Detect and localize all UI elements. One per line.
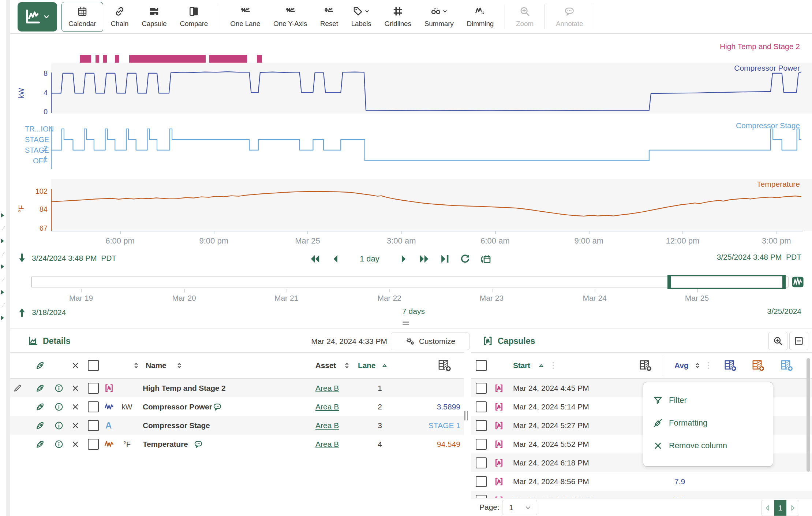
capsule-checkbox[interactable]	[476, 457, 487, 468]
item-remove-button[interactable]	[71, 402, 80, 411]
brush-right-handle[interactable]	[782, 275, 786, 289]
toolbar-button-capsule[interactable]: Capsule	[136, 2, 172, 32]
capsule-checkbox[interactable]	[476, 401, 487, 412]
panel-splitter-handle[interactable]	[403, 322, 409, 325]
toolbar-button-labels[interactable]: Labels	[346, 2, 377, 32]
column-header-lane[interactable]: Lane	[358, 361, 375, 370]
capsule-segment[interactable]	[257, 55, 262, 63]
item-navigate-icon[interactable]	[35, 383, 45, 393]
annotation-bubble-icon[interactable]	[213, 402, 222, 412]
add-column-button[interactable]	[639, 359, 652, 372]
sort-avg-icon[interactable]	[693, 361, 701, 370]
expand-panel-arrow-icon[interactable]	[1, 316, 4, 320]
toolbar-button-one-lane[interactable]: One Lane	[225, 2, 266, 32]
avg-column-menu[interactable]	[704, 361, 713, 370]
item-info-button[interactable]	[54, 439, 64, 449]
capsule-segment[interactable]	[209, 55, 247, 63]
item-asset-link[interactable]: Area B	[315, 402, 339, 411]
add-column-power-button[interactable]	[724, 359, 737, 372]
item-asset-link[interactable]: Area B	[315, 384, 339, 393]
step-back-fast-button[interactable]	[309, 253, 321, 265]
item-remove-button[interactable]	[71, 384, 80, 393]
customize-button[interactable]: Customize	[391, 333, 469, 350]
sort-lane-asc-icon[interactable]	[381, 361, 389, 370]
select-all-items-icon[interactable]	[35, 361, 45, 371]
annotation-bubble-icon[interactable]	[194, 439, 203, 449]
item-navigate-icon[interactable]	[35, 420, 45, 430]
date-range-button[interactable]	[480, 253, 491, 265]
capsules-select-all-checkbox[interactable]	[476, 360, 487, 371]
menu-item-remove-column[interactable]: Remove column	[643, 434, 773, 457]
capsule-row[interactable]: Mar 24, 2024 8:56 PM7.9	[471, 472, 812, 491]
capsule-row[interactable]: Mar 24, 2024 10:23 PM7.5	[471, 491, 812, 498]
item-navigate-icon[interactable]	[35, 439, 45, 449]
start-column-menu[interactable]	[549, 361, 558, 370]
item-asset-link[interactable]: Area B	[315, 421, 339, 430]
column-header-start[interactable]: Start	[513, 361, 530, 370]
capsule-segment[interactable]	[96, 55, 99, 63]
toolbar-button-one-y-axis[interactable]: One Y-Axis	[268, 2, 313, 32]
expand-panel-arrow-icon[interactable]	[1, 264, 4, 269]
capsules-zoom-button[interactable]	[768, 332, 787, 350]
item-checkbox[interactable]	[88, 420, 99, 431]
step-forward-button[interactable]	[398, 253, 409, 265]
toolbar-button-dimming[interactable]: Dimming	[461, 2, 499, 32]
capsule-checkbox[interactable]	[476, 495, 487, 498]
remove-all-button[interactable]	[71, 361, 80, 370]
expand-panel-arrow-icon[interactable]	[1, 213, 4, 218]
brush-left-handle[interactable]	[667, 275, 671, 289]
item-remove-button[interactable]	[71, 421, 80, 430]
item-checkbox[interactable]	[88, 383, 99, 394]
toolbar-button-gridlines[interactable]: Gridlines	[379, 2, 417, 32]
range-duration[interactable]: 1 day	[360, 254, 379, 264]
page-prev-button[interactable]	[762, 500, 774, 516]
toolbar-button-zoom[interactable]: Zoom	[510, 2, 539, 32]
page-current[interactable]: 1	[774, 500, 786, 516]
capsule-segment[interactable]	[115, 55, 119, 63]
capsule-checkbox[interactable]	[476, 420, 487, 431]
step-back-button[interactable]	[330, 253, 341, 265]
column-header-name[interactable]: Name	[146, 361, 166, 370]
sort-name-icon[interactable]	[175, 361, 183, 370]
capsule-checkbox[interactable]	[476, 476, 487, 487]
details-row[interactable]: kWCompressor PowerArea B23.5899	[10, 397, 464, 416]
toolbar-button-reset[interactable]: Reset	[315, 2, 344, 32]
add-column-stage-button[interactable]	[780, 359, 793, 372]
capsule-checkbox[interactable]	[476, 439, 487, 450]
sort-asset-icon[interactable]	[343, 361, 351, 370]
expand-panel-arrow-icon[interactable]	[1, 239, 4, 243]
capsule-segment[interactable]	[129, 55, 206, 63]
trend-view-button[interactable]	[18, 2, 57, 31]
details-row[interactable]: °FTemperatureArea B494.549	[10, 435, 464, 453]
item-checkbox[interactable]	[88, 439, 99, 450]
chart-capsule-toggle[interactable]	[792, 276, 804, 288]
display-range-end[interactable]: 3/25/2024 3:48 PM PDT	[717, 253, 801, 261]
toolbar-button-chain[interactable]: Chain	[105, 2, 134, 32]
menu-item-formatting[interactable]: Formatting	[643, 412, 773, 434]
investigate-brush[interactable]	[669, 275, 784, 289]
capsule-segment[interactable]	[103, 55, 106, 63]
item-remove-button[interactable]	[71, 440, 80, 449]
toolbar-button-summary[interactable]: Summary	[419, 2, 459, 32]
capsules-collapse-button[interactable]	[789, 332, 808, 350]
menu-item-filter[interactable]: Filter	[643, 389, 773, 412]
collapsed-sidebar-strip[interactable]	[0, 0, 6, 516]
add-column-button[interactable]	[438, 359, 452, 372]
add-column-temp-button[interactable]	[752, 359, 765, 372]
expand-panel-arrow-icon[interactable]	[1, 290, 4, 294]
toolbar-button-calendar[interactable]: Calendar	[61, 2, 103, 32]
page-next-button[interactable]	[786, 500, 799, 516]
item-checkbox[interactable]	[88, 401, 99, 412]
item-info-button[interactable]	[54, 383, 64, 393]
select-all-checkbox[interactable]	[88, 360, 99, 371]
details-row[interactable]: ACompressor StageArea B3STAGE 1	[10, 416, 464, 435]
page-select[interactable]: 1	[502, 500, 537, 515]
item-navigate-icon[interactable]	[35, 402, 45, 412]
column-header-asset[interactable]: Asset	[299, 361, 336, 370]
column-header-avg[interactable]: Avg	[674, 361, 688, 370]
toolbar-button-annotate[interactable]: Annotate	[550, 2, 588, 32]
sort-color-icon[interactable]	[132, 361, 140, 370]
sort-start-asc-icon[interactable]	[537, 361, 545, 370]
capsules-scrollbar[interactable]	[807, 358, 810, 472]
capsule-segment[interactable]	[80, 55, 91, 63]
